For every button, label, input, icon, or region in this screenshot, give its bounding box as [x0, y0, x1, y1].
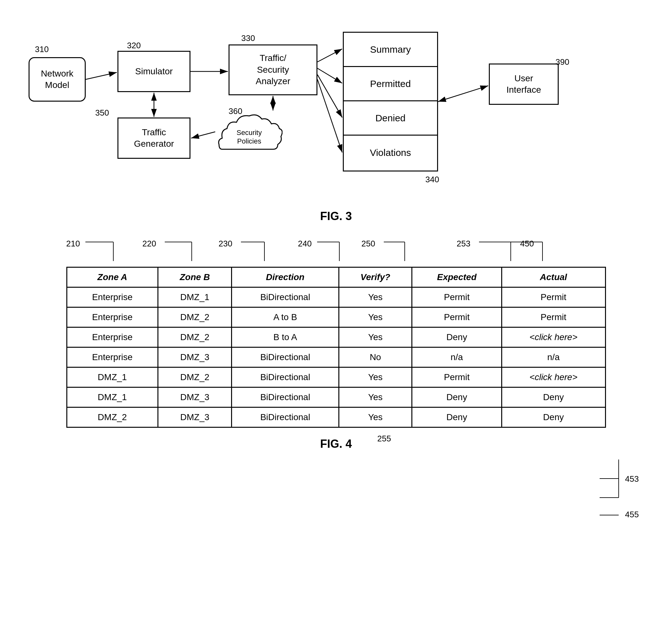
- fig3-diagram: Network Model Simulator Traffic/ Securit…: [19, 13, 653, 190]
- table-row: EnterpriseDMZ_2A to BYesPermitPermit: [67, 307, 605, 328]
- traffic-gen-box: Traffic Generator: [117, 118, 190, 159]
- table-row: EnterpriseDMZ_1BiDirectionalYesPermitPer…: [67, 287, 605, 307]
- cell-r3-c1: DMZ_3: [158, 347, 232, 367]
- col-direction: Direction: [232, 267, 339, 287]
- cell-r5-c4: Deny: [412, 387, 502, 408]
- table-row: EnterpriseDMZ_3BiDirectionalNon/an/a: [67, 347, 605, 367]
- cell-r4-c2: BiDirectional: [232, 367, 339, 387]
- cell-r5-c2: BiDirectional: [232, 387, 339, 408]
- cell-r5-c0: DMZ_1: [67, 387, 158, 408]
- cell-r1-c2: A to B: [232, 307, 339, 328]
- col-zone-a: Zone A: [67, 267, 158, 287]
- ref-340: 340: [425, 175, 439, 184]
- svg-line-7: [317, 68, 342, 83]
- fig4-container: 210 220 230 240 250 253 450 Zone A Zone …: [19, 239, 653, 428]
- col-expected: Expected: [412, 267, 502, 287]
- cell-r0-c3: Yes: [339, 287, 412, 307]
- cell-r0-c1: DMZ_1: [158, 287, 232, 307]
- cell-r6-c5: Deny: [502, 408, 605, 427]
- fig4-title: FIG. 4: [19, 437, 653, 451]
- col-verify: Verify?: [339, 267, 412, 287]
- user-interface-box: User Interface: [489, 63, 559, 105]
- cell-r4-c3: Yes: [339, 367, 412, 387]
- ref-330: 330: [241, 33, 255, 43]
- cell-r2-c5[interactable]: <click here>: [502, 328, 605, 347]
- ref-220-label: 220: [142, 239, 156, 249]
- cell-r2-c2: B to A: [232, 328, 339, 347]
- cell-r1-c5: Permit: [502, 307, 605, 328]
- svg-line-9: [317, 79, 342, 152]
- ref-310: 310: [35, 45, 49, 54]
- table-row: DMZ_1DMZ_3BiDirectionalYesDenyDeny: [67, 387, 605, 408]
- network-model-box: Network Model: [29, 57, 86, 102]
- cell-r0-c0: Enterprise: [67, 287, 158, 307]
- ref-390: 390: [556, 57, 569, 67]
- summary-item: Summary: [344, 33, 437, 67]
- traffic-analyzer-box: Traffic/ Security Analyzer: [229, 45, 317, 95]
- cell-r4-c1: DMZ_2: [158, 367, 232, 387]
- ref-230-label: 230: [219, 239, 232, 249]
- ref-360: 360: [229, 106, 242, 116]
- violations-label: Violations: [370, 147, 411, 158]
- cell-r1-c1: DMZ_2: [158, 307, 232, 328]
- denied-item: Denied: [344, 101, 437, 136]
- permitted-item: Permitted: [344, 67, 437, 101]
- simulator-box: Simulator: [117, 51, 190, 92]
- cell-r5-c3: Yes: [339, 387, 412, 408]
- fig3-title: FIG. 3: [19, 210, 653, 223]
- col-actual: Actual: [502, 267, 605, 287]
- svg-text:455: 455: [625, 510, 639, 519]
- svg-line-13: [438, 86, 488, 102]
- svg-line-8: [317, 75, 342, 118]
- cell-r0-c5: Permit: [502, 287, 605, 307]
- ref-250-label: 250: [361, 239, 375, 249]
- cell-r0-c4: Permit: [412, 287, 502, 307]
- network-model-label: Network Model: [41, 68, 74, 91]
- security-policies-box: Security Policies: [216, 108, 283, 156]
- svg-line-12: [191, 132, 215, 138]
- simulator-label: Simulator: [135, 66, 173, 77]
- cell-r5-c5: Deny: [502, 387, 605, 408]
- traffic-analyzer-label: Traffic/ Security Analyzer: [256, 52, 291, 87]
- cell-r2-c0: Enterprise: [67, 328, 158, 347]
- col-zone-b: Zone B: [158, 267, 232, 287]
- cell-r6-c0: DMZ_2: [67, 408, 158, 427]
- cell-r2-c4: Deny: [412, 328, 502, 347]
- ref-450-label: 450: [520, 239, 534, 249]
- row-ref-arrows: 453 455: [600, 447, 663, 574]
- svg-line-4: [86, 72, 117, 79]
- cell-r1-c3: Yes: [339, 307, 412, 328]
- cell-r4-c4: Permit: [412, 367, 502, 387]
- table-header-row: Zone A Zone B Direction Verify? Expected…: [67, 267, 605, 287]
- cell-r5-c1: DMZ_3: [158, 387, 232, 408]
- cell-r2-c1: DMZ_2: [158, 328, 232, 347]
- cell-r4-c5[interactable]: <click here>: [502, 367, 605, 387]
- user-interface-label: User Interface: [507, 73, 541, 96]
- fig4-table: Zone A Zone B Direction Verify? Expected…: [66, 267, 606, 428]
- permitted-label: Permitted: [370, 78, 411, 89]
- cell-r1-c4: Permit: [412, 307, 502, 328]
- table-row: DMZ_1DMZ_2BiDirectionalYesPermit<click h…: [67, 367, 605, 387]
- svg-text:Policies: Policies: [237, 137, 261, 145]
- cell-r3-c5: n/a: [502, 347, 605, 367]
- svg-text:453: 453: [625, 474, 639, 484]
- traffic-gen-label: Traffic Generator: [134, 127, 174, 150]
- denied-label: Denied: [375, 113, 405, 124]
- table-row: DMZ_2DMZ_3BiDirectionalYesDenyDeny: [67, 408, 605, 427]
- cell-r6-c1: DMZ_3: [158, 408, 232, 427]
- ref-240-label: 240: [298, 239, 312, 249]
- ref-350: 350: [95, 108, 109, 118]
- summary-label: Summary: [370, 44, 411, 55]
- cell-r3-c4: n/a: [412, 347, 502, 367]
- cell-r6-c3: Yes: [339, 408, 412, 427]
- cell-r6-c2: BiDirectional: [232, 408, 339, 427]
- ref-320: 320: [127, 41, 141, 51]
- violations-item: Violations: [344, 136, 437, 170]
- cell-r2-c3: Yes: [339, 328, 412, 347]
- cell-r6-c4: Deny: [412, 408, 502, 427]
- ref-255-label: 255: [377, 434, 391, 444]
- ref-210-label: 210: [66, 239, 80, 249]
- cell-r1-c0: Enterprise: [67, 307, 158, 328]
- cell-r3-c2: BiDirectional: [232, 347, 339, 367]
- cell-r3-c0: Enterprise: [67, 347, 158, 367]
